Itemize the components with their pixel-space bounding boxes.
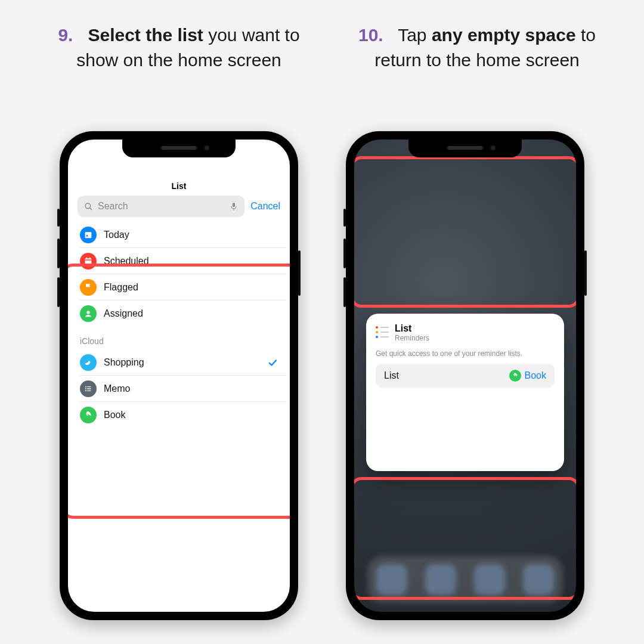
list-item-label: Today [104,230,278,240]
calendar-icon [80,253,97,270]
popover-description: Get quick access to one of your reminder… [376,349,555,358]
svg-rect-5 [85,232,92,234]
list-icon [80,380,97,397]
dock-blurred [367,556,562,603]
list-item[interactable]: Memo [80,376,286,402]
list-item[interactable]: Shopping [80,349,286,376]
popover-title: List [395,323,429,334]
search-icon [83,202,93,211]
step-9-caption: 9. Select the list you want to show on t… [36,23,322,73]
svg-line-1 [90,208,92,210]
step-number: 9. [58,25,73,45]
section-header-icloud: iCloud [80,327,286,349]
smart-lists: TodayScheduledFlaggedAssigned [72,222,286,327]
cancel-button[interactable]: Cancel [250,201,280,212]
screen: List Search Cancel TodayScheduledFlagged… [68,140,290,612]
list-item-label: Shopping [104,357,260,368]
leaf-icon [509,370,521,382]
list-item-label: Memo [104,383,278,394]
phone-notch [122,140,236,157]
icloud-section: iCloud ShoppingMemoBook [72,327,286,428]
power-button [584,250,587,296]
pill-value: Book [525,370,546,381]
mute-switch [343,209,346,227]
step-10-caption: 10. Tap any empty space to return to the… [334,23,620,73]
step-number: 10. [358,25,383,45]
svg-rect-2 [233,203,235,207]
popover-subtitle: Reminders [395,334,429,342]
svg-point-15 [85,388,86,389]
svg-point-13 [85,386,86,387]
power-button [298,250,301,296]
mic-icon[interactable] [229,202,239,211]
volume-down [343,277,346,307]
list-item-label: Flagged [104,282,278,293]
search-input[interactable]: Search [78,196,244,217]
step-bold: Select the list [88,25,203,45]
volume-up [57,239,60,268]
svg-point-17 [85,390,86,391]
mute-switch [57,209,60,227]
list-item[interactable]: Today [80,222,286,248]
svg-rect-6 [86,235,88,237]
step-text-pre: Tap [398,25,432,45]
phone-mockup-left: List Search Cancel TodayScheduledFlagged… [60,131,298,620]
widget-list-selector[interactable]: List Book [376,364,555,388]
phone-notch [408,140,522,157]
step-bold: any empty space [432,25,576,45]
svg-rect-7 [85,258,92,264]
svg-point-11 [86,311,89,314]
list-item-label: Assigned [104,308,278,319]
list-item-label: Scheduled [104,256,278,267]
pill-label: List [384,370,399,381]
leaf-icon [80,407,97,423]
list-item[interactable]: Flagged [80,274,286,301]
svg-rect-10 [89,257,90,259]
list-item[interactable]: Scheduled [80,248,286,274]
list-item[interactable]: Assigned [80,301,286,327]
reminders-app-icon [376,324,389,341]
list-item[interactable]: Book [80,402,286,428]
search-placeholder: Search [98,201,128,212]
svg-rect-18 [87,390,91,391]
volume-up [343,239,346,268]
svg-rect-14 [87,386,91,387]
today-icon [80,227,97,243]
person-icon [80,305,97,322]
phone-mockup-right: List Reminders Get quick access to one o… [346,131,584,620]
svg-point-12 [89,361,90,361]
list-item-label: Book [104,410,278,420]
check-icon [267,357,278,368]
bird-icon [80,354,97,371]
flag-icon [80,279,97,296]
widget-popover: List Reminders Get quick access to one o… [366,314,564,471]
svg-rect-16 [87,388,91,389]
sheet-title: List [72,175,286,196]
svg-point-0 [85,203,91,209]
svg-rect-9 [86,257,87,259]
screen[interactable]: List Reminders Get quick access to one o… [354,140,576,612]
volume-down [57,277,60,307]
